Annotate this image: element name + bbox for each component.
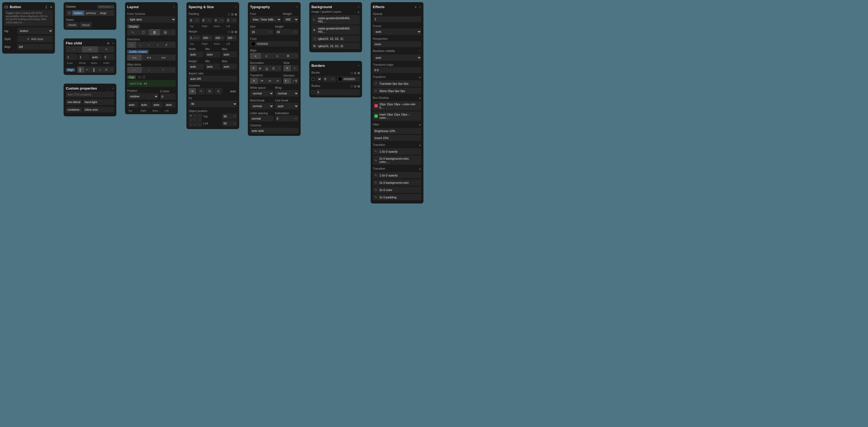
weight-select[interactable]: 400 (283, 16, 299, 23)
text-align-right[interactable]: ≡ (272, 53, 283, 59)
margin-mode-2[interactable]: ▥ (231, 30, 234, 33)
dir-ltr[interactable]: ¶→ (283, 78, 291, 84)
target-icon[interactable] (106, 42, 110, 45)
overflow-scroll[interactable] (206, 88, 214, 94)
width-input[interactable] (189, 52, 204, 57)
class-pill-primary[interactable]: primary (85, 10, 98, 16)
transition-item[interactable]: ∿2s 0 background-color (373, 179, 421, 186)
deco-overline[interactable]: Ō (270, 65, 277, 71)
chevron-up-icon[interactable] (357, 64, 360, 67)
grow-input[interactable] (66, 54, 77, 60)
styles-count-badge[interactable]: 4 STYLES ⌄ (97, 5, 114, 9)
plus-icon[interactable] (414, 6, 417, 8)
margin-right[interactable] (201, 35, 208, 41)
overflow-visible[interactable] (189, 88, 196, 94)
bg-layer[interactable]: ▦rgba(10, 10, 10, .5) (311, 43, 360, 49)
add-css-property-input[interactable] (66, 91, 114, 97)
font-select[interactable]: Inter, "Inter fallb… (250, 16, 281, 23)
text-align-center[interactable]: ≡ (261, 53, 272, 59)
max-height-input[interactable] (222, 64, 237, 69)
obj-left-input[interactable] (222, 120, 234, 126)
border-mode-all[interactable]: ▢ (350, 71, 353, 74)
add-transition-icon[interactable] (418, 144, 421, 147)
transition-item[interactable]: ∿1.5s 0 opacity (373, 148, 421, 154)
obj-top-input[interactable] (222, 113, 234, 119)
style-italic[interactable]: I (291, 65, 299, 71)
padding-left[interactable] (226, 17, 233, 23)
overflow-clip[interactable] (215, 88, 222, 94)
display-none[interactable] (127, 29, 138, 35)
transition-item[interactable]: ∿2s 0 padding (373, 194, 421, 200)
tt-cap[interactable]: Aa (266, 78, 274, 84)
align-self-baseline[interactable]: ≣ (103, 67, 109, 73)
prop-val-0[interactable] (83, 99, 114, 105)
font-size-input[interactable] (250, 29, 269, 35)
align-self-start[interactable]: ▌ (78, 67, 84, 73)
text-align-justify[interactable]: ≣ (283, 53, 293, 59)
prop-val-1[interactable] (83, 106, 114, 113)
margin-mode-3[interactable]: ▦ (235, 30, 237, 33)
text-align-left[interactable]: ≡ (250, 53, 261, 59)
border-style-swatch[interactable] (311, 78, 315, 81)
chevron-up-icon[interactable] (112, 87, 114, 90)
shrink-input[interactable] (78, 54, 90, 60)
add-layer-icon[interactable] (357, 11, 360, 13)
state-hover[interactable]: :hover (66, 22, 79, 28)
shadow-item[interactable]: inset 10px 15px 16px --color-… (373, 112, 421, 121)
min-height-input[interactable] (205, 64, 220, 69)
chevron-up-icon[interactable] (357, 6, 360, 8)
sizing-fill[interactable]: ⇔ (82, 46, 98, 53)
radius-input[interactable] (316, 89, 360, 95)
dir-column-reverse[interactable]: ↑ (153, 42, 162, 48)
position-select[interactable]: relative (127, 93, 158, 99)
white-space-select[interactable]: normal (250, 90, 274, 97)
wrap-select[interactable]: normal (275, 90, 299, 97)
align-more[interactable]: ⋮ (171, 67, 176, 73)
letter-spacing-input[interactable] (250, 116, 274, 122)
align-start[interactable]: ⌐ (127, 67, 142, 73)
padding-right[interactable] (201, 17, 208, 23)
padding-mode-2[interactable]: ▥ (231, 13, 234, 16)
padding-mode-1[interactable]: ▢ (227, 13, 230, 16)
inset-right[interactable] (140, 102, 151, 108)
class-pill-large[interactable]: large (98, 10, 108, 16)
class-pill-button[interactable]: button (72, 10, 85, 16)
deco-strike[interactable]: S (257, 65, 264, 71)
radius-mode-all[interactable]: ▢ (350, 85, 353, 88)
dir-column[interactable]: ↓ (136, 42, 145, 48)
chevron-up-icon[interactable] (296, 6, 299, 8)
filter-item[interactable]: Brightness 10% (373, 128, 421, 134)
height-input[interactable] (189, 64, 204, 69)
transform-origin-input[interactable] (373, 67, 421, 73)
add-style-button[interactable]: Add style (17, 36, 53, 42)
sizing-none[interactable]: ✕ (98, 46, 114, 53)
prop-key-0[interactable] (66, 99, 82, 105)
inset-bottom[interactable] (152, 102, 163, 108)
justify-more[interactable]: ⋮ (171, 54, 176, 61)
text-align-more[interactable]: ⋮ (293, 53, 299, 59)
padding-top[interactable] (189, 17, 196, 23)
tag-select[interactable]: button (17, 28, 53, 34)
plus-icon[interactable] (50, 5, 53, 9)
indentation-input[interactable] (275, 116, 294, 122)
overflow-hidden[interactable] (197, 88, 205, 94)
transition-item[interactable]: ∿1.5s 0 opacity (373, 172, 421, 178)
aspect-input[interactable] (189, 76, 237, 82)
color-scheme-select[interactable]: light dark (127, 16, 176, 23)
opacity-input[interactable] (373, 16, 421, 22)
object-position-grid[interactable] (189, 113, 202, 127)
line-height-input[interactable] (275, 29, 294, 35)
align-self-stretch[interactable]: ≡ (97, 67, 103, 73)
cursor-select[interactable]: auto (373, 28, 421, 35)
backface-more[interactable]: ⋮ (418, 50, 421, 53)
border-style-select[interactable]: — (316, 76, 322, 82)
bg-layer[interactable]: ≡radial-gradient(#e66465, #91… (311, 15, 360, 24)
padding-mode-3[interactable]: ▦ (235, 13, 237, 16)
max-width-input[interactable] (222, 52, 237, 57)
perspective-input[interactable] (373, 41, 421, 47)
add-transition-icon-b[interactable] (418, 168, 421, 171)
deco-underline[interactable]: U (264, 65, 270, 71)
radius-mode-each[interactable]: ▦ (358, 85, 360, 88)
shadow-item[interactable]: 10px 15px 16px --color-red-5… (373, 101, 421, 111)
align-center[interactable]: ─ (142, 67, 156, 73)
